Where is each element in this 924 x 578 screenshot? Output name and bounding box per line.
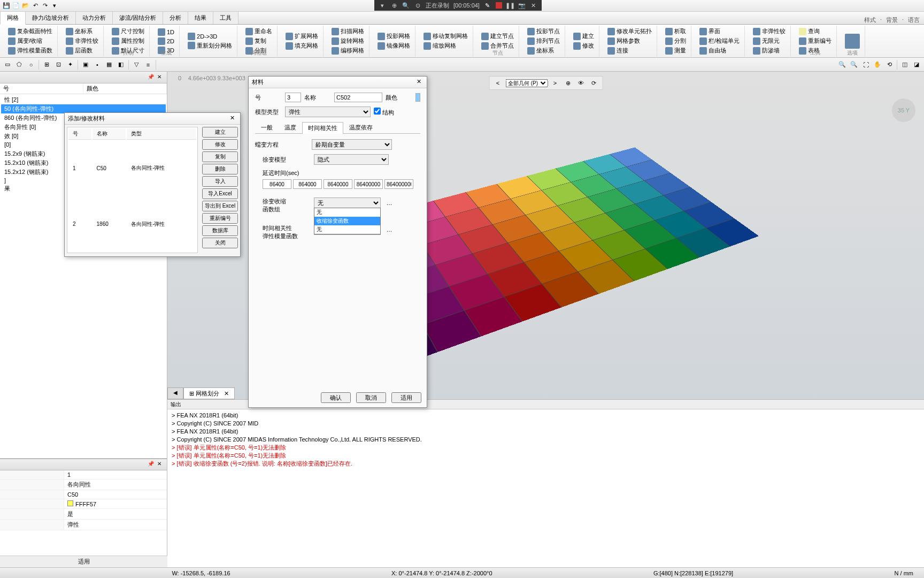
viewport-tab-main[interactable]: ⊞ 网格划分 ✕ (183, 387, 235, 399)
rb-scale[interactable]: 缩放网格 (422, 41, 469, 50)
btn-import[interactable]: 导入 (202, 176, 238, 187)
input-delay-4[interactable] (354, 179, 383, 189)
rb-2d[interactable]: 2D (156, 37, 176, 45)
dlg2-close-icon[interactable]: ✕ (414, 78, 424, 87)
rb-shrink[interactable]: 属变/收缩 (6, 36, 54, 45)
sel-circle-icon[interactable]: ○ (26, 59, 36, 70)
input-delay-5[interactable] (384, 179, 413, 189)
btn-modify[interactable]: 修改 (202, 139, 238, 150)
panel-close-icon[interactable]: ✕ (157, 74, 165, 81)
zoom-fit-icon[interactable]: ⛶ (860, 59, 871, 70)
rb-freefield[interactable]: 自由场 (698, 46, 741, 55)
rb-project[interactable]: 投影网格 (376, 32, 412, 41)
rb-2d3d[interactable]: 2D->3D (186, 32, 234, 41)
panel-pin-icon[interactable]: 📌 (148, 74, 155, 81)
btn-create[interactable]: 建立 (202, 127, 238, 138)
vp-show-icon[interactable]: 👁 (575, 78, 586, 88)
input-delay-2[interactable] (293, 179, 322, 189)
select-creepeq[interactable]: 龄期自变量 (312, 139, 392, 150)
tree-item[interactable]: 性 [2] (1, 95, 166, 104)
axis-icon[interactable]: ✦ (65, 59, 75, 70)
rb-remesh[interactable]: 重新划分网格 (186, 41, 234, 50)
rb-complex-section[interactable]: 复杂截面特性 (6, 27, 54, 36)
rec-down-icon[interactable]: ▾ (379, 2, 386, 9)
sel-rect-icon[interactable]: ▭ (2, 59, 13, 70)
rb-modify[interactable]: 修改 (572, 41, 596, 50)
color-picker[interactable] (415, 93, 420, 102)
zoom-in-icon[interactable]: 🔍 (837, 59, 848, 70)
table-row[interactable]: 21860各向同性-弹性 (68, 197, 196, 252)
rb-elastic-func[interactable]: 弹性模量函数 (6, 46, 54, 55)
rb-rotate[interactable]: 旋转网格 (330, 36, 366, 45)
tab-tool[interactable]: 工具 (213, 11, 238, 24)
mtab-general[interactable]: 一般 (255, 121, 279, 133)
rb-extend[interactable]: 扩展网格 (284, 32, 320, 41)
rb-rename[interactable]: 重命名 (244, 27, 274, 36)
rb-connect[interactable]: 连接 (606, 46, 653, 55)
apply-button[interactable]: 适用 (391, 392, 421, 403)
link-lang[interactable]: 语言 (908, 16, 920, 24)
rb-hinge[interactable]: 非弹性铰 (64, 36, 100, 45)
input-delay-3[interactable] (324, 179, 352, 189)
tab-seepage[interactable]: 渗流/固结分析 (112, 11, 163, 24)
open-icon[interactable]: 📂 (21, 2, 30, 10)
btn-close[interactable]: 关闭 (202, 238, 238, 248)
dlg1-close-icon[interactable]: ✕ (227, 115, 237, 123)
btn-import-excel[interactable]: 导入Excel (202, 188, 238, 199)
chk-struct[interactable]: 结构 (374, 108, 401, 117)
pan-icon[interactable]: ✋ (872, 59, 883, 70)
rb-mirror[interactable]: 镜像网格 (376, 41, 412, 50)
rb-copy[interactable]: 复制 (244, 36, 274, 45)
undo-icon[interactable]: ↶ (31, 2, 40, 10)
rb-param[interactable]: 网格参数 (606, 36, 653, 45)
rb-cutoff[interactable]: 防渗墙 (751, 46, 787, 55)
rec-edit-icon[interactable]: ✎ (484, 2, 491, 9)
rb-size[interactable]: 尺寸控制 (110, 27, 146, 36)
sel-poly-icon[interactable]: ⬠ (14, 59, 25, 70)
btn-renumber[interactable]: 重新编号 (202, 213, 238, 224)
filter-icon[interactable]: ▽ (131, 59, 142, 70)
rec-move-icon[interactable]: ⊕ (390, 2, 398, 9)
rb-renum[interactable]: 重新编号 (797, 36, 833, 45)
grid-icon[interactable]: ⊞ (41, 59, 52, 70)
rb-infinite[interactable]: 无限元 (751, 36, 787, 45)
input-num[interactable] (285, 93, 301, 102)
tab-mesh[interactable]: 网格 (0, 11, 26, 25)
rb-create[interactable]: 建立 (572, 32, 596, 41)
rb-extract[interactable]: 析取 (664, 27, 688, 36)
dd-opt-highlighted[interactable]: 收缩徐变函数 (314, 217, 380, 225)
rb-inelastic[interactable]: 非弹性铰 (751, 27, 787, 36)
nav-cube[interactable]: 35 Y (892, 98, 915, 122)
geometry-select[interactable]: 全部几何 (P) (505, 79, 548, 87)
link-bg[interactable]: 背景 (886, 16, 898, 24)
vp-sel-icon[interactable]: ⊕ (563, 78, 573, 88)
dd-opt[interactable]: 无 (314, 225, 380, 234)
vp-prev-icon[interactable]: < (492, 78, 503, 88)
rb-measure[interactable]: 测量 (664, 46, 688, 55)
rb-query[interactable]: 查询 (797, 27, 833, 36)
redo-icon[interactable]: ↷ (41, 2, 49, 10)
rb-alignnode[interactable]: 排列节点 (526, 36, 561, 45)
func-edit-icon[interactable]: … (384, 197, 395, 208)
btn-delete[interactable]: 删除 (202, 164, 238, 174)
rb-coord[interactable]: 坐标系 (64, 27, 100, 36)
checkbox-struct[interactable] (374, 108, 381, 115)
rec-close-icon[interactable]: ✕ (530, 2, 537, 9)
elem-icon[interactable]: ▦ (104, 59, 114, 70)
dd-opt[interactable]: 无 (314, 208, 380, 217)
table-row[interactable]: 1C50各向同性-弹性 (68, 141, 196, 196)
input-name[interactable] (334, 93, 382, 102)
input-delay-1[interactable] (263, 179, 291, 189)
vp-refresh-icon[interactable]: ⟳ (588, 78, 599, 88)
viewiso-icon[interactable]: ◪ (911, 59, 922, 70)
rb-fill[interactable]: 填充网格 (284, 41, 320, 50)
mtab-tempdep[interactable]: 温度依存 (343, 121, 379, 133)
mtab-temp[interactable]: 温度 (279, 121, 302, 133)
rotate-icon[interactable]: ⟲ (884, 59, 895, 70)
ok-button[interactable]: 确认 (321, 392, 351, 403)
rec-pause-icon[interactable]: ❚❚ (506, 2, 514, 9)
cancel-button[interactable]: 取消 (356, 392, 386, 403)
zoom-out-icon[interactable]: 🔍 (849, 59, 859, 70)
time-edit-icon[interactable]: … (384, 224, 395, 235)
prop-pin-icon[interactable]: 📌 (148, 461, 155, 468)
